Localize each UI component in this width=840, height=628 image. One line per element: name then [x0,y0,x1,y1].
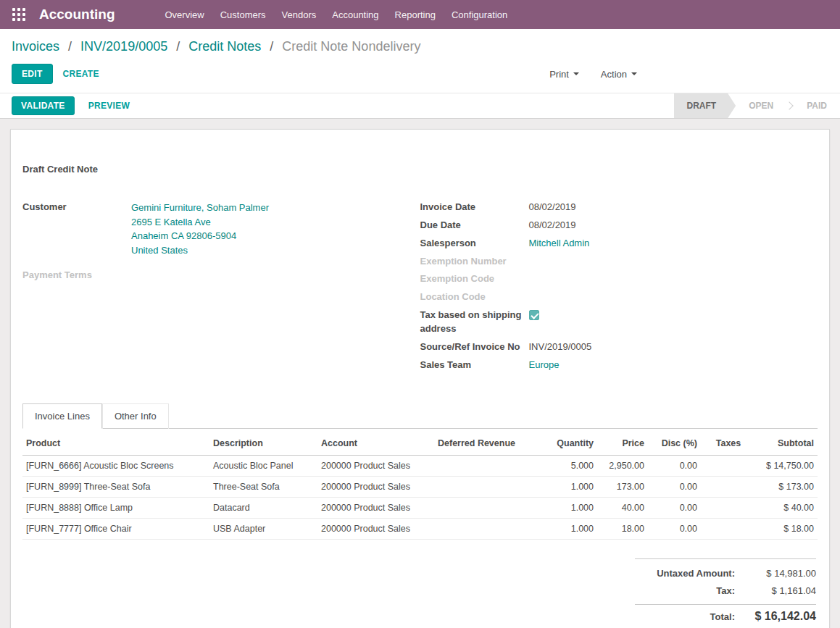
exemption-number-label: Exemption Number [420,255,529,269]
cell-deferred-revenue[interactable] [433,519,519,540]
cell-account[interactable]: 200000 Product Sales [317,498,433,519]
customer-street-link[interactable]: 2695 E Katella Ave [131,215,269,230]
cell-description[interactable]: Three-Seat Sofa [209,477,317,498]
table-row[interactable]: [FURN_8888] Office Lamp Datacard 200000 … [22,498,818,519]
document-title: Draft Credit Note [22,164,818,175]
sales-team-link[interactable]: Europe [529,359,560,372]
cell-product[interactable]: [FURN_6666] Acoustic Bloc Screens [22,456,209,477]
cell-taxes[interactable] [701,519,756,540]
cell-quantity[interactable]: 5.000 [519,456,597,477]
cell-price[interactable]: 18.00 [597,519,648,540]
status-draft[interactable]: DRAFT [674,93,736,118]
table-row[interactable]: [FURN_6666] Acoustic Bloc Screens Acoust… [22,456,818,477]
cell-subtotal[interactable]: $ 173.00 [756,477,818,498]
nav-item-accounting[interactable]: Accounting [324,1,386,29]
breadcrumb: Invoices / INV/2019/0005 / Credit Notes … [12,39,828,54]
cell-price[interactable]: 173.00 [597,477,648,498]
status-paid[interactable]: PAID [794,93,840,118]
tax-shipping-checkbox[interactable] [529,310,539,320]
cell-account[interactable]: 200000 Product Sales [317,477,433,498]
totals-section: Untaxed Amount: $ 14,981.00 Tax: $ 1,161… [635,558,816,623]
cell-deferred-revenue[interactable] [433,498,519,519]
tab-other-info[interactable]: Other Info [102,403,169,429]
top-navbar: Accounting Overview Customers Vendors Ac… [0,0,840,29]
total-value: $ 16,142.04 [735,610,816,623]
table-row[interactable]: [FURN_8999] Three-Seat Sofa Three-Seat S… [22,477,818,498]
breadcrumb-invoice-number[interactable]: INV/2019/0005 [80,39,167,54]
nav-item-configuration[interactable]: Configuration [444,1,515,29]
status-open[interactable]: OPEN [736,93,786,118]
salesperson-label: Salesperson [420,237,529,251]
cell-product[interactable]: [FURN_7777] Office Chair [22,519,209,540]
preview-button[interactable]: PREVIEW [79,96,139,115]
customer-country-link[interactable]: United States [131,243,269,258]
cell-subtotal[interactable]: $ 40.00 [756,498,818,519]
nav-item-customers[interactable]: Customers [212,1,274,29]
customer-label: Customer [22,201,131,257]
total-row: Total: $ 16,142.04 [635,604,816,623]
cell-disc[interactable]: 0.00 [648,477,701,498]
nav-item-vendors[interactable]: Vendors [274,1,325,29]
action-dropdown[interactable]: Action [599,66,639,83]
caret-down-icon [631,72,637,75]
cell-disc[interactable]: 0.00 [648,498,701,519]
cell-deferred-revenue[interactable] [433,456,519,477]
cell-disc[interactable]: 0.00 [648,519,701,540]
cell-account[interactable]: 200000 Product Sales [317,456,433,477]
tab-invoice-lines[interactable]: Invoice Lines [22,403,102,429]
cell-price[interactable]: 2,950.00 [597,456,648,477]
cell-subtotal[interactable]: $ 14,750.00 [756,456,818,477]
customer-city-link[interactable]: Anaheim CA 92806-5904 [131,229,269,243]
cell-quantity[interactable]: 1.000 [519,519,597,540]
status-pipeline: DRAFT OPEN PAID [674,93,840,118]
breadcrumb-current: Credit Note Nondelivery [282,39,420,54]
print-dropdown-label: Print [549,69,569,80]
cell-description[interactable]: USB Adapter [209,519,317,540]
sales-team-field: Sales Team Europe [420,359,818,372]
col-description: Description [209,432,317,456]
untaxed-amount-row: Untaxed Amount: $ 14,981.00 [635,568,816,579]
cell-deferred-revenue[interactable] [433,477,519,498]
cell-quantity[interactable]: 1.000 [519,498,597,519]
cell-taxes[interactable] [701,477,756,498]
col-product: Product [22,432,209,456]
exemption-code-label: Exemption Code [420,272,529,286]
invoice-lines-table: Product Description Account Deferred Rev… [22,432,818,540]
breadcrumb-invoices[interactable]: Invoices [12,39,59,54]
location-code-label: Location Code [420,290,529,304]
nav-item-reporting[interactable]: Reporting [387,1,444,29]
source-ref-label: Source/Ref Invoice No [420,340,529,354]
nav-item-overview[interactable]: Overview [157,1,212,29]
cell-account[interactable]: 200000 Product Sales [317,519,433,540]
chevron-right-icon [786,101,794,109]
cell-taxes[interactable] [701,456,756,477]
validate-button[interactable]: VALIDATE [12,96,75,115]
apps-grid-icon[interactable] [9,4,29,25]
cell-subtotal[interactable]: $ 18.00 [756,519,818,540]
location-code-field: Location Code [420,290,818,304]
col-taxes: Taxes [701,432,756,456]
invoice-date-value: 08/02/2019 [529,201,576,214]
cell-description[interactable]: Acoustic Bloc Panel [209,456,317,477]
cell-disc[interactable]: 0.00 [648,456,701,477]
cell-description[interactable]: Datacard [209,498,317,519]
edit-button[interactable]: EDIT [12,64,53,84]
customer-name-link[interactable]: Gemini Furniture, Soham Palmer [131,201,269,215]
cell-quantity[interactable]: 1.000 [519,477,597,498]
exemption-code-field: Exemption Code [420,272,818,286]
exemption-number-field: Exemption Number [420,255,818,269]
salesperson-field: Salesperson Mitchell Admin [420,237,818,251]
cell-product[interactable]: [FURN_8888] Office Lamp [22,498,209,519]
cell-price[interactable]: 40.00 [597,498,648,519]
col-subtotal: Subtotal [756,432,818,456]
cell-taxes[interactable] [701,498,756,519]
table-row[interactable]: [FURN_7777] Office Chair USB Adapter 200… [22,519,818,540]
create-button[interactable]: CREATE [53,64,109,84]
app-title[interactable]: Accounting [39,7,115,22]
print-dropdown[interactable]: Print [548,66,581,83]
salesperson-link[interactable]: Mitchell Admin [529,237,590,251]
tax-label: Tax: [716,585,735,596]
tax-shipping-value [529,309,539,336]
breadcrumb-credit-notes[interactable]: Credit Notes [188,39,261,54]
cell-product[interactable]: [FURN_8999] Three-Seat Sofa [22,477,209,498]
